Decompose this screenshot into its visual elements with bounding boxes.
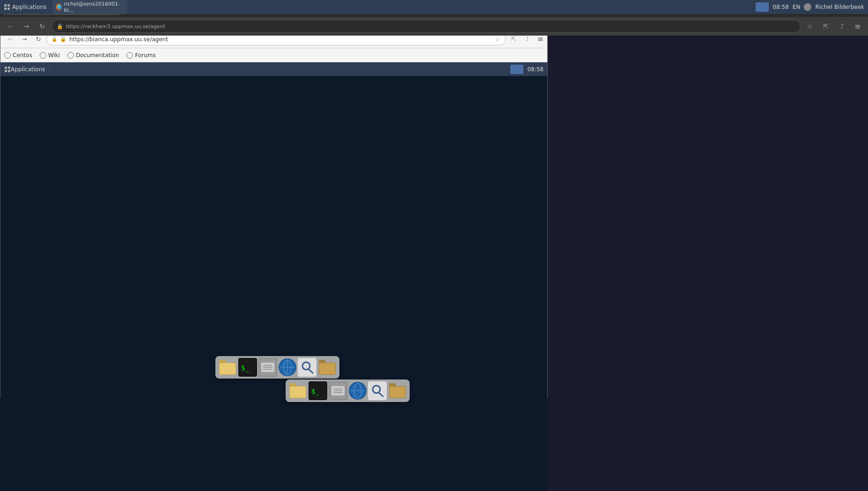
svg-rect-20 bbox=[220, 363, 235, 374]
bookmark-wiki-label: Wiki bbox=[48, 52, 60, 59]
taskbar-tab-title: richel@sens2016001-bi... bbox=[64, 1, 123, 13]
dock2-globe-icon bbox=[349, 382, 366, 399]
bookmark-centos[interactable]: Centos bbox=[4, 52, 32, 59]
dock2-folder-btn[interactable] bbox=[388, 381, 407, 400]
applications-menu[interactable]: Applications bbox=[4, 4, 46, 10]
taskbar-time: 08:58 bbox=[772, 4, 789, 10]
outer-menu-btn[interactable]: ≡ bbox=[851, 20, 864, 33]
outer-reload-btn[interactable]: ↻ bbox=[36, 20, 49, 33]
dock-globe-icon bbox=[279, 359, 296, 376]
right-dark-panel bbox=[548, 14, 868, 491]
dock2-files-icon bbox=[330, 382, 346, 399]
dock2-search-btn[interactable] bbox=[368, 381, 387, 400]
user-avatar-icon bbox=[804, 3, 811, 11]
system-taskbar: Applications : richel@sens2016001-bi... … bbox=[0, 0, 868, 14]
svg-rect-2 bbox=[4, 7, 7, 10]
taskbar-right: 08:58 EN Richel Bilderbeek bbox=[756, 2, 864, 12]
emb-content-area bbox=[0, 76, 547, 400]
svg-rect-39 bbox=[289, 383, 296, 387]
taskbar-username: Richel Bilderbeek bbox=[815, 4, 864, 10]
desktop: File System Home › › bbox=[0, 14, 548, 491]
dock2-terminal-btn[interactable]: $_ bbox=[309, 381, 327, 400]
dock: $_ bbox=[215, 356, 339, 379]
dock-files-icon bbox=[259, 359, 276, 376]
svg-rect-1 bbox=[7, 4, 10, 7]
outer-share-btn[interactable]: ⤴ bbox=[835, 20, 848, 33]
svg-rect-40 bbox=[290, 387, 306, 398]
documentation-globe-icon bbox=[67, 52, 74, 59]
dock2-files-btn[interactable] bbox=[329, 381, 347, 400]
dock-search-btn[interactable] bbox=[298, 358, 316, 377]
svg-rect-36 bbox=[319, 360, 325, 363]
dock2-search-icon bbox=[369, 382, 386, 399]
emb-apps-grid-icon bbox=[4, 66, 11, 73]
outer-bookmark-btn[interactable]: ☆ bbox=[803, 20, 817, 33]
bookmark-documentation[interactable]: Documentation bbox=[67, 52, 119, 59]
emb-taskbar-time: 08:58 bbox=[527, 66, 544, 73]
svg-rect-17 bbox=[8, 70, 10, 72]
outer-lock-icon: 🔒 bbox=[57, 23, 63, 30]
svg-rect-56 bbox=[390, 387, 405, 398]
emb-url-text: https://bianca.uppmax.uu.se/agent bbox=[69, 36, 492, 43]
outer-url-text: https://rackham3.uppmax.uu.se/agent bbox=[66, 23, 165, 30]
dock2-terminal-icon: $_ bbox=[309, 382, 326, 399]
dock2-globe-btn[interactable] bbox=[349, 382, 367, 400]
dock2-folder-home-btn[interactable] bbox=[288, 381, 307, 400]
emb-bookmark-star-icon[interactable]: ☆ bbox=[495, 36, 500, 43]
dock-folder-home-icon bbox=[219, 359, 236, 376]
emb-applications-menu[interactable]: Applications bbox=[11, 66, 45, 73]
dock2: $_ bbox=[286, 379, 410, 402]
bookmark-documentation-label: Documentation bbox=[76, 52, 119, 59]
taskbar-firefox-icon bbox=[56, 4, 62, 10]
taskbar-separator: : bbox=[48, 4, 50, 11]
svg-text:$_: $_ bbox=[311, 387, 319, 395]
dock2-folder-icon bbox=[389, 382, 406, 399]
forums-globe-icon bbox=[126, 52, 133, 59]
outer-browser: Applications : richel@sens2016001-bi... … bbox=[0, 0, 868, 491]
bookmark-forums[interactable]: Forums bbox=[126, 52, 155, 59]
emb-lock-icon: 🔒 bbox=[51, 37, 57, 42]
svg-rect-55 bbox=[389, 383, 396, 387]
applications-icon bbox=[4, 4, 10, 10]
svg-rect-14 bbox=[5, 67, 7, 69]
dock-files-btn[interactable] bbox=[258, 358, 277, 377]
svg-rect-3 bbox=[7, 7, 10, 10]
system-indicator-btn[interactable] bbox=[756, 2, 769, 12]
svg-rect-0 bbox=[4, 4, 7, 7]
bookmark-centos-label: Centos bbox=[13, 52, 32, 59]
emb-system-btn[interactable] bbox=[510, 65, 523, 74]
svg-rect-16 bbox=[5, 70, 7, 72]
emb-secure-icon: 🔒 bbox=[60, 36, 66, 42]
dock-folder-home-btn[interactable] bbox=[218, 358, 237, 377]
svg-rect-37 bbox=[319, 363, 335, 374]
dock-terminal-icon: $_ bbox=[239, 359, 256, 376]
outer-back-btn[interactable]: ← bbox=[4, 20, 17, 33]
taskbar-lang: EN bbox=[793, 4, 801, 10]
dock2-folder-home-icon bbox=[289, 382, 306, 399]
outer-forward-btn[interactable]: → bbox=[20, 20, 33, 33]
wiki-globe-icon bbox=[40, 52, 46, 59]
svg-rect-15 bbox=[8, 67, 10, 69]
emb-menu-btn[interactable]: ≡ bbox=[537, 35, 544, 44]
emb-taskbar-dots[interactable]: ⋮ bbox=[47, 66, 53, 73]
dock-search-icon bbox=[299, 359, 316, 376]
outer-pocket-btn[interactable]: ⇱ bbox=[819, 20, 832, 33]
emb-taskbar-right: 08:58 bbox=[510, 65, 544, 74]
bookmark-forums-label: Forums bbox=[135, 52, 155, 59]
embedded-browser: richel@sens2016001-bia... × + ∨ − □ × ← … bbox=[0, 14, 548, 398]
outer-toolbar: ← → ↻ 🔒 https://rackham3.uppmax.uu.se/ag… bbox=[0, 17, 868, 36]
dock-terminal-btn[interactable]: $_ bbox=[238, 358, 257, 377]
outer-address-bar[interactable]: 🔒 https://rackham3.uppmax.uu.se/agent bbox=[51, 20, 801, 33]
centos-globe-icon bbox=[4, 52, 11, 59]
dock-folder-btn[interactable] bbox=[318, 358, 337, 377]
dock-globe-btn[interactable] bbox=[279, 358, 296, 376]
svg-rect-19 bbox=[219, 360, 226, 363]
bookmark-wiki[interactable]: Wiki bbox=[40, 52, 60, 59]
taskbar-browser-tab[interactable]: richel@sens2016001-bi... bbox=[52, 0, 127, 14]
emb-bookmarks-bar: Centos Wiki Documentation Forums bbox=[0, 48, 547, 62]
svg-text:$_: $_ bbox=[241, 364, 249, 372]
applications-label: Applications bbox=[12, 4, 46, 10]
emb-system-taskbar: Applications ⋮ 08:58 bbox=[0, 62, 547, 76]
dock-folder-icon bbox=[319, 359, 336, 376]
